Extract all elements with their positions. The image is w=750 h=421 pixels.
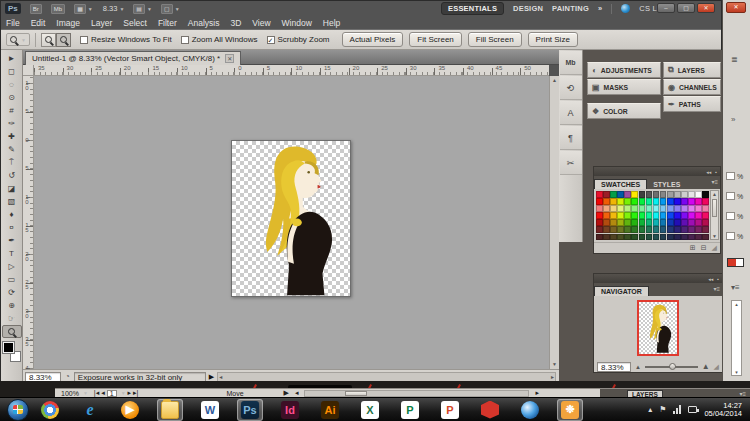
scroll-down-icon[interactable]: ▾ xyxy=(732,369,741,375)
swatch[interactable] xyxy=(639,205,646,212)
swatch[interactable] xyxy=(646,219,653,226)
swatch[interactable] xyxy=(695,226,702,233)
history-panel-button[interactable]: ⟲ xyxy=(560,76,582,100)
status-zoom-field[interactable]: 8.33% xyxy=(25,372,61,382)
swatch[interactable] xyxy=(702,212,709,219)
last-page-icon[interactable]: ▸| xyxy=(133,389,138,397)
dodge-tool[interactable]: ¤ xyxy=(2,221,22,234)
swatch[interactable] xyxy=(646,191,653,198)
pen-tool[interactable]: ✒ xyxy=(2,234,22,247)
swatch[interactable] xyxy=(667,212,674,219)
swatch[interactable] xyxy=(624,234,631,241)
swatch[interactable] xyxy=(617,191,624,198)
swatch[interactable] xyxy=(702,191,709,198)
taskbar-explorer[interactable] xyxy=(157,399,183,421)
scroll-thumb[interactable] xyxy=(712,199,717,217)
scroll-down-icon[interactable]: ▼ xyxy=(711,233,718,239)
tray-expand-icon[interactable]: ▴ xyxy=(648,405,652,414)
swatch[interactable] xyxy=(695,205,702,212)
swatch[interactable] xyxy=(631,212,638,219)
tab-close-icon[interactable]: ✕ xyxy=(225,54,234,63)
clock[interactable]: 14:27 05/04/2014 xyxy=(704,402,742,418)
menu-window[interactable]: Window xyxy=(282,18,312,28)
navigator-zoom-field[interactable]: 8.33% xyxy=(597,362,631,372)
swatch[interactable] xyxy=(653,226,660,233)
horizontal-scrollbar[interactable]: ◂ ▸ xyxy=(217,372,556,382)
swatch[interactable] xyxy=(639,198,646,205)
swatch[interactable] xyxy=(610,198,617,205)
workspace-painting[interactable]: PAINTING xyxy=(552,4,589,13)
quick-selection-tool[interactable]: ⊙ xyxy=(2,91,22,104)
healing-brush-tool[interactable]: ✚ xyxy=(2,130,22,143)
new-swatch-icon[interactable]: ⊞ xyxy=(690,244,696,252)
zoom-in-icon[interactable]: ▲ xyxy=(702,362,710,371)
taskbar-indesign[interactable]: Id xyxy=(277,399,303,421)
scroll-right-icon[interactable]: ▸ xyxy=(535,389,539,397)
taskbar-google-earth[interactable] xyxy=(517,399,543,421)
swatch[interactable] xyxy=(688,234,695,241)
swatch[interactable] xyxy=(667,234,674,241)
vertical-scrollbar[interactable]: ▲ ▼ xyxy=(549,76,559,369)
swatch[interactable] xyxy=(674,205,681,212)
swatch[interactable] xyxy=(603,212,610,219)
swatch[interactable] xyxy=(667,198,674,205)
collapse-icon[interactable]: ◂◂ xyxy=(706,169,711,175)
swatch[interactable] xyxy=(674,226,681,233)
swatch[interactable] xyxy=(596,198,603,205)
swatch[interactable] xyxy=(681,198,688,205)
foreground-color-swatch[interactable] xyxy=(3,342,14,353)
prev-page-icon[interactable]: ◂ xyxy=(101,389,105,397)
orbit-3d-tool[interactable]: ⊕ xyxy=(2,299,22,312)
zoom-slider[interactable] xyxy=(645,366,698,368)
menu-view[interactable]: View xyxy=(252,18,270,28)
swatches-scrollbar[interactable]: ▲ ▼ xyxy=(710,190,719,240)
clone-stamp-tool[interactable]: ⍑ xyxy=(2,156,22,169)
zoom-out-icon[interactable]: ▲ xyxy=(635,364,641,370)
swatch[interactable] xyxy=(617,219,624,226)
swatch[interactable] xyxy=(624,205,631,212)
tab-navigator[interactable]: NAVIGATOR xyxy=(594,286,649,296)
swatch[interactable] xyxy=(660,234,667,241)
swatch[interactable] xyxy=(596,219,603,226)
background-zoom-field[interactable]: 100% xyxy=(61,390,79,397)
swatch[interactable] xyxy=(688,219,695,226)
panel-menu-icon[interactable]: ▾≡ xyxy=(739,390,746,397)
overflow-chevron-icon[interactable]: » xyxy=(731,115,735,124)
action-center-flag-icon[interactable]: ⚑ xyxy=(659,405,666,414)
workspace-overflow-chevron[interactable]: » xyxy=(598,4,602,13)
swatch[interactable] xyxy=(610,234,617,241)
scroll-right-icon[interactable]: ▸ xyxy=(551,373,554,381)
taskbar-sketchup[interactable] xyxy=(477,399,503,421)
workspace-essentials[interactable]: ESSENTIALS xyxy=(441,2,504,15)
swatch[interactable] xyxy=(610,226,617,233)
swatch[interactable] xyxy=(603,234,610,241)
move-tool[interactable]: ► xyxy=(2,52,22,65)
swatch[interactable] xyxy=(646,205,653,212)
start-button[interactable] xyxy=(7,399,29,421)
panel-menu-icon[interactable]: ▾≡ xyxy=(731,283,740,292)
type-tool[interactable]: T xyxy=(2,247,22,260)
scroll-up-icon[interactable]: ▲ xyxy=(550,76,559,85)
swatch[interactable] xyxy=(639,212,646,219)
swatch[interactable] xyxy=(617,234,624,241)
swatch[interactable] xyxy=(681,205,688,212)
scroll-left-icon[interactable]: ◂ xyxy=(219,373,222,381)
checkbox-resize-windows-to-fit[interactable]: Resize Windows To Fit xyxy=(80,35,172,44)
taskbar-media-player[interactable]: ▶ xyxy=(117,399,143,421)
menu-file[interactable]: File xyxy=(6,18,20,28)
swatch[interactable] xyxy=(603,226,610,233)
swatch[interactable] xyxy=(596,212,603,219)
zoom-out-button[interactable] xyxy=(56,33,71,47)
swatch[interactable] xyxy=(681,226,688,233)
menu-select[interactable]: Select xyxy=(123,18,147,28)
scroll-thumb[interactable] xyxy=(345,391,367,396)
arrange-documents-icon[interactable]: ▤ xyxy=(133,4,145,14)
menu-3d[interactable]: 3D xyxy=(230,18,241,28)
swatch[interactable] xyxy=(667,226,674,233)
swatch[interactable] xyxy=(695,234,702,241)
color-swatch-fragment[interactable] xyxy=(727,258,744,267)
panel-close-icon[interactable]: ▪ xyxy=(715,169,717,175)
page-number-field[interactable]: 1 xyxy=(107,390,117,397)
delete-swatch-icon[interactable]: ⊟ xyxy=(701,244,707,252)
panel-menu-icon[interactable]: ▾≡ xyxy=(713,285,720,292)
